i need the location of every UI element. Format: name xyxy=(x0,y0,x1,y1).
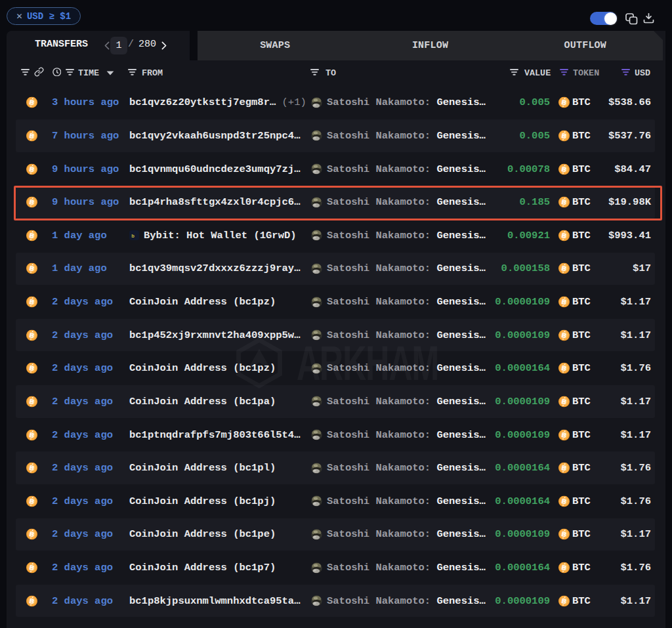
svg-text:b: b xyxy=(131,233,135,239)
